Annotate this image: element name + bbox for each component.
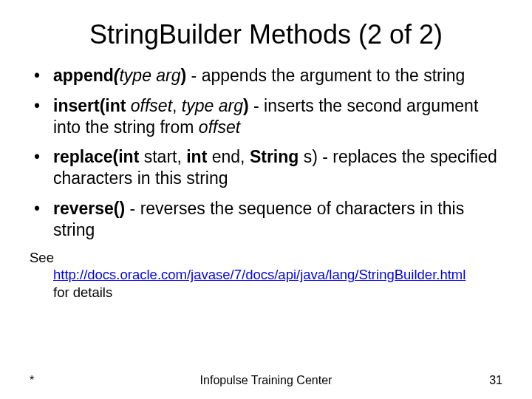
method-name: insert(int <box>53 96 131 115</box>
sig-part: int <box>186 147 212 166</box>
method-name: replace(int <box>53 147 144 166</box>
slide-footer: * Infopulse Training Center 31 <box>30 374 502 387</box>
bullet-item: reverse() - reverses the sequence of cha… <box>30 198 502 241</box>
method-name: append <box>53 66 114 85</box>
footer-date: * <box>30 374 34 387</box>
sig-part: , <box>172 96 182 115</box>
note-prefix: See <box>30 250 54 265</box>
page-number: 31 <box>489 374 502 387</box>
sig-part: start, <box>144 147 187 166</box>
reference-note: See http://docs.oracle.com/javase/7/docs… <box>30 249 502 300</box>
bullet-list: append(type arg) - appends the argument … <box>30 65 502 240</box>
sig-part: ) <box>243 96 249 115</box>
param: type arg <box>119 66 180 85</box>
bullet-item: append(type arg) - appends the argument … <box>30 65 502 86</box>
bullet-item: insert(int offset, type arg) - inserts t… <box>30 95 502 138</box>
note-suffix: for details <box>30 284 112 300</box>
doc-link[interactable]: http://docs.oracle.com/javase/7/docs/api… <box>30 266 502 283</box>
sig-part: s) <box>304 147 318 166</box>
param: offset <box>131 96 172 115</box>
footer-org: Infopulse Training Center <box>30 374 502 387</box>
sig-part: String <box>250 147 304 166</box>
sig-part: end, <box>212 147 250 166</box>
param: type arg <box>182 96 243 115</box>
desc: - appends the argument to the string <box>186 66 465 85</box>
slide-title: StringBuilder Methods (2 of 2) <box>30 19 502 50</box>
param-ref: offset <box>199 117 240 137</box>
method-name: reverse() <box>53 199 125 218</box>
bullet-item: replace(int start, int end, String s) - … <box>30 146 502 189</box>
